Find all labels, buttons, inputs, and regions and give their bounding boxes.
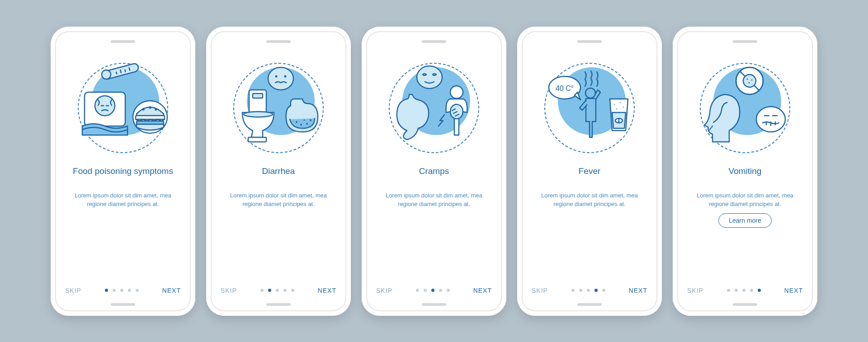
home-indicator [577,303,602,306]
phone-screen-2: Diarrhea Lorem ipsum dolor sit dim amet,… [206,27,351,316]
svg-rect-22 [248,137,266,142]
screen-description: Lorem ipsum dolor sit dim amet, mea regi… [63,191,183,209]
svg-point-24 [300,124,302,126]
dot-3[interactable] [742,289,745,292]
screen-description: Lorem ipsum dolor sit dim amet, mea regi… [219,191,338,209]
svg-point-38 [623,107,624,108]
dot-2[interactable] [268,289,271,292]
dot-2[interactable] [579,289,582,292]
svg-text:40 C°: 40 C° [556,84,574,92]
svg-point-13 [143,108,144,110]
svg-point-47 [756,107,785,132]
phone-screen-3: Cramps Lorem ipsum dolor sit dim amet, m… [362,27,506,316]
skip-button[interactable]: SKIP [687,287,703,294]
dot-4[interactable] [594,289,598,292]
svg-point-45 [751,79,753,80]
svg-point-21 [244,112,273,117]
page-dots [260,289,294,292]
dot-1[interactable] [727,289,730,292]
svg-point-27 [304,119,305,121]
svg-point-18 [284,75,287,77]
skip-button[interactable]: SKIP [532,287,548,294]
sick-bed-burger-icon [75,63,170,153]
dot-4[interactable] [439,289,442,292]
phone-speaker [422,40,446,43]
screen-description: Lorem ipsum dolor sit dim amet, mea regi… [374,191,494,209]
illustration-diarrhea [229,58,328,158]
next-button[interactable]: NEXT [629,287,647,294]
illustration-vomiting [695,58,795,158]
nav-row: SKIP NEXT [685,287,805,294]
toilet-stomach-icon [231,63,326,153]
dot-2[interactable] [113,289,116,292]
dot-1[interactable] [571,289,575,292]
dot-1[interactable] [260,289,264,292]
svg-point-43 [743,75,756,87]
learn-more-button[interactable]: Learn more [718,213,772,228]
home-indicator [266,303,291,306]
phone-speaker [111,40,135,43]
dot-3[interactable] [431,289,434,292]
page-dots [105,289,139,292]
svg-rect-11 [136,116,165,119]
phone-screen-4: 40 C° [517,27,662,316]
dot-4[interactable] [128,289,131,292]
dot-4[interactable] [750,289,753,292]
next-button[interactable]: NEXT [473,287,492,294]
svg-point-17 [275,75,278,77]
screen-description: Lorem ipsum dolor sit dim amet, mea regi… [685,191,805,209]
svg-line-2 [116,72,117,74]
dot-5[interactable] [291,289,294,292]
dot-1[interactable] [105,289,108,292]
illustration-food-poisoning [73,58,173,158]
svg-point-1 [102,70,111,79]
home-indicator [733,303,757,306]
dot-3[interactable] [276,289,279,292]
dot-3[interactable] [120,289,123,292]
screen-title: Cramps [419,166,449,188]
skip-button[interactable]: SKIP [65,287,81,294]
svg-point-29 [450,86,463,98]
skip-button[interactable]: SKIP [221,287,237,294]
dot-5[interactable] [602,289,605,292]
dot-4[interactable] [283,289,287,292]
svg-line-4 [125,70,125,71]
svg-line-3 [120,70,121,73]
vomit-no-food-icon [698,63,793,153]
skip-button[interactable]: SKIP [376,287,392,294]
page-dots [571,289,605,292]
dot-5[interactable] [758,289,761,292]
phone-screen-1: Food poisoning symptoms Lorem ipsum dolo… [51,27,195,316]
onboarding-mockups: Food poisoning symptoms Lorem ipsum dolo… [51,27,817,316]
svg-point-28 [417,66,442,89]
nav-row: SKIP NEXT [63,287,183,294]
svg-point-15 [156,108,157,110]
svg-point-26 [310,119,311,121]
svg-point-37 [620,102,621,103]
svg-point-44 [747,78,748,80]
nav-row: SKIP NEXT [530,287,649,294]
dot-5[interactable] [136,289,139,292]
dot-3[interactable] [587,289,590,292]
screen-title: Fever [579,166,601,188]
dot-2[interactable] [424,289,427,292]
next-button[interactable]: NEXT [318,287,336,294]
dot-1[interactable] [416,289,419,292]
svg-point-14 [150,107,151,108]
svg-point-16 [268,67,293,90]
page-dots [416,289,450,292]
screen-description: Lorem ipsum dolor sit dim amet, mea regi… [530,191,649,209]
screen-title: Food poisoning symptoms [73,166,173,188]
svg-point-36 [614,104,615,105]
dot-2[interactable] [735,289,738,292]
stomach-pain-icon [387,63,481,153]
svg-point-39 [616,108,617,109]
next-button[interactable]: NEXT [784,287,803,294]
fever-temp-icon: 40 C° [542,63,637,153]
nav-row: SKIP NEXT [219,287,338,294]
illustration-fever: 40 C° [540,58,639,158]
illustration-cramps [384,58,484,158]
dot-5[interactable] [447,289,450,292]
next-button[interactable]: NEXT [162,287,181,294]
home-indicator [111,303,135,306]
